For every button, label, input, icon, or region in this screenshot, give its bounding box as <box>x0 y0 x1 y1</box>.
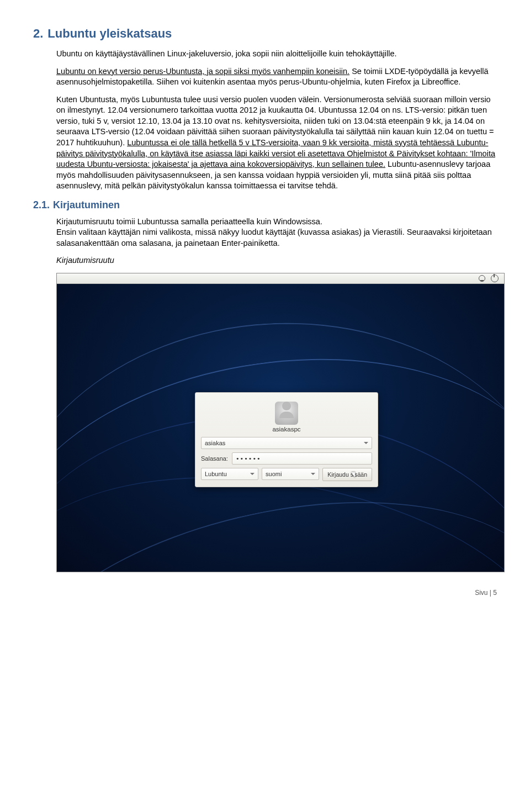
paragraph-intro: Ubuntu on käyttäjäystävällinen Linux-jak… <box>56 49 497 60</box>
password-label: Salasana: <box>201 455 229 462</box>
avatar-icon <box>275 402 298 425</box>
paragraph-login-desc: Kirjautumisruutu toimii Lubuntussa samal… <box>56 217 497 249</box>
paragraph-lubuntu-underline: Lubuntu on kevyt versio perus-Ubuntusta,… <box>56 67 349 76</box>
heading-2-number: 2. <box>33 27 43 41</box>
user-row: asiakas <box>201 437 372 449</box>
heading-2: 2. Lubuntu yleiskatsaus <box>33 27 497 41</box>
heading-2-title: Lubuntu yleiskatsaus <box>47 27 172 41</box>
page-footer: Sivu | 5 <box>33 589 497 597</box>
chevron-down-icon <box>250 473 255 475</box>
heading-3: 2.1. Kirjautuminen <box>33 199 497 211</box>
paragraph-lubuntu: Lubuntu on kevyt versio perus-Ubuntusta,… <box>56 66 497 88</box>
session-select[interactable]: Lubuntu <box>201 468 258 480</box>
power-icon[interactable] <box>491 275 499 282</box>
paragraph-versions: Kuten Ubuntusta, myös Lubuntusta tulee u… <box>56 94 497 192</box>
heading-3-title: Kirjautuminen <box>53 199 120 211</box>
login-dialog: asiakaspc asiakas Salasana: •••••• Lubun… <box>195 392 378 487</box>
hostname-label: asiakaspc <box>201 426 372 433</box>
top-panel <box>57 273 504 284</box>
login-screenshot: asiakaspc asiakas Salasana: •••••• Lubun… <box>56 273 505 572</box>
password-input[interactable]: •••••• <box>232 452 372 465</box>
session-value: Lubuntu <box>205 471 227 477</box>
language-select[interactable]: suomi <box>262 468 319 480</box>
user-select-value: asiakas <box>205 440 225 446</box>
password-row: Salasana: •••••• <box>201 452 372 465</box>
chevron-down-icon <box>364 442 368 444</box>
heading-3-number: 2.1. <box>33 199 50 211</box>
bottom-row: Lubuntu suomi Kirjaudu sisään <box>201 468 372 481</box>
chevron-down-icon <box>311 473 315 475</box>
language-value: suomi <box>266 471 282 477</box>
screenshot-caption: Kirjautumisruutu <box>56 255 497 266</box>
login-button-label: Kirjaudu sisään <box>327 471 367 478</box>
accessibility-icon[interactable] <box>479 275 485 282</box>
user-select[interactable]: asiakas <box>201 437 372 449</box>
login-button[interactable]: Kirjaudu sisään <box>322 468 372 481</box>
password-value: •••••• <box>236 455 261 462</box>
